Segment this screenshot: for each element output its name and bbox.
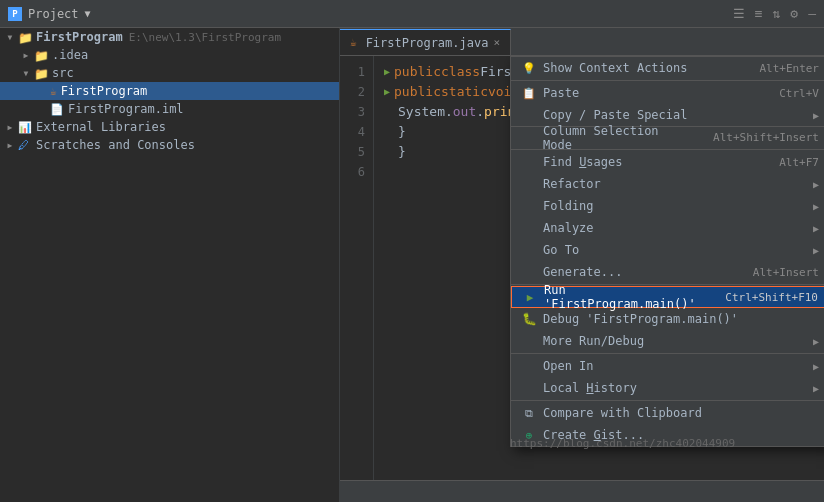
compare-clipboard-icon: ⧉: [521, 405, 537, 421]
sidebar-item-firstprogram[interactable]: ▼ 📁 FirstProgram E:\new\1.3\FirstProgram: [0, 28, 339, 46]
context-actions-icon: 💡: [521, 60, 537, 76]
run-marker-1: ▶: [384, 62, 390, 82]
menu-item-column-selection[interactable]: Column Selection Mode Alt+Shift+Insert: [511, 126, 824, 148]
menu-label-analyze: Analyze: [543, 221, 803, 235]
menu-label-folding: Folding: [543, 199, 803, 213]
line-num-1: 1: [340, 62, 365, 82]
sidebar-item-src[interactable]: ▼ 📁 src: [0, 64, 339, 82]
tab-label: FirstProgram.java: [366, 36, 489, 50]
code-cls: System: [398, 102, 445, 122]
menu-item-folding[interactable]: Folding ▶: [511, 195, 824, 217]
line-numbers: 1 2 3 4 5 6: [340, 56, 374, 480]
line-num-6: 6: [340, 162, 365, 182]
code-kw: public: [394, 82, 441, 102]
line-num-3: 3: [340, 102, 365, 122]
sidebar-label-extlibs: External Libraries: [36, 120, 166, 134]
menu-item-local-history[interactable]: Local History ▶: [511, 377, 824, 399]
folder-icon-idea: 📁: [34, 49, 48, 61]
run-icon: ▶: [522, 289, 538, 305]
copy-paste-arrow: ▶: [813, 110, 819, 121]
sidebar-path-firstprogram: E:\new\1.3\FirstProgram: [129, 31, 281, 44]
sidebar-label-idea: .idea: [52, 48, 88, 62]
settings-icon[interactable]: ⚙: [790, 6, 798, 21]
goto-arrow: ▶: [813, 245, 819, 256]
code-kw: public: [394, 62, 441, 82]
nav-icon-1[interactable]: ☰: [733, 6, 745, 21]
folder-icon-firstprogram: 📁: [18, 31, 32, 43]
sidebar-label-fp-java: FirstProgram: [61, 84, 148, 98]
menu-item-more-run[interactable]: More Run/Debug ▶: [511, 330, 824, 352]
title-bar-left: P Project ▼: [8, 7, 91, 21]
more-run-icon: [521, 333, 537, 349]
sidebar-label-scratches: Scratches and Consoles: [36, 138, 195, 152]
tab-java-icon: ☕: [350, 36, 357, 49]
code-kw: class: [441, 62, 480, 82]
menu-item-find-usages[interactable]: Find Usages Alt+F7: [511, 151, 824, 173]
folding-arrow: ▶: [813, 201, 819, 212]
sidebar-item-idea[interactable]: ▶ 📁 .idea: [0, 46, 339, 64]
run-marker-2: ▶: [384, 82, 390, 102]
tree-arrow-src: ▼: [20, 67, 32, 79]
menu-label-refactor: Refactor: [543, 177, 803, 191]
line-num-4: 4: [340, 122, 365, 142]
menu-item-show-context[interactable]: 💡 Show Context Actions Alt+Enter: [511, 57, 824, 79]
sidebar-label-iml: FirstProgram.iml: [68, 102, 184, 116]
menu-label-more-run: More Run/Debug: [543, 334, 803, 348]
tree-arrow-idea: ▶: [20, 49, 32, 61]
goto-icon: [521, 242, 537, 258]
menu-label-goto: Go To: [543, 243, 803, 257]
menu-label-column-sel: Column Selection Mode: [543, 124, 693, 152]
sidebar-label-firstprogram: FirstProgram: [36, 30, 123, 44]
context-menu: 💡 Show Context Actions Alt+Enter 📋 Paste…: [510, 56, 824, 447]
nav-icon-2[interactable]: ≡: [755, 6, 763, 21]
menu-item-run[interactable]: ▶ Run 'FirstProgram.main()' Ctrl+Shift+F…: [511, 286, 824, 308]
menu-item-compare-clipboard[interactable]: ⧉ Compare with Clipboard: [511, 402, 824, 424]
analyze-icon: [521, 220, 537, 236]
editor-area: ☕ FirstProgram.java × 1 2 3 4 5 6: [340, 28, 824, 502]
project-title: Project: [28, 7, 79, 21]
minimize-icon[interactable]: —: [808, 6, 816, 21]
copy-paste-icon: [521, 107, 537, 123]
title-dropdown-icon[interactable]: ▼: [85, 8, 91, 19]
menu-item-paste[interactable]: 📋 Paste Ctrl+V: [511, 82, 824, 104]
menu-label-debug: Debug 'FirstProgram.main()': [543, 312, 819, 326]
menu-item-generate[interactable]: Generate... Alt+Insert: [511, 261, 824, 283]
menu-item-refactor[interactable]: Refactor ▶: [511, 173, 824, 195]
tree-arrow-iml: [36, 103, 48, 115]
title-bar-icons: ☰ ≡ ⇅ ⚙ —: [733, 6, 816, 21]
find-usages-icon: [521, 154, 537, 170]
sidebar-label-src: src: [52, 66, 74, 80]
menu-shortcut-generate: Alt+Insert: [753, 266, 819, 279]
nav-icon-3[interactable]: ⇅: [773, 6, 781, 21]
generate-icon: [521, 264, 537, 280]
tree-arrow-fp: [36, 85, 48, 97]
code-punct: }: [398, 122, 406, 142]
menu-shortcut-paste: Ctrl+V: [779, 87, 819, 100]
menu-shortcut-run: Ctrl+Shift+F10: [725, 291, 818, 304]
local-history-icon: [521, 380, 537, 396]
menu-item-open-in[interactable]: Open In ▶: [511, 355, 824, 377]
menu-sep-5: [511, 400, 824, 401]
tree-arrow-extlibs: ▶: [4, 121, 16, 133]
watermark: https://blog.csdn.net/zhc402044909: [510, 437, 735, 450]
menu-item-analyze[interactable]: Analyze ▶: [511, 217, 824, 239]
menu-label-find-usages: Find Usages: [543, 155, 759, 169]
analyze-arrow: ▶: [813, 223, 819, 234]
menu-label-compare: Compare with Clipboard: [543, 406, 819, 420]
open-in-icon: [521, 358, 537, 374]
tab-close-button[interactable]: ×: [493, 36, 500, 49]
code-cn: out: [453, 102, 476, 122]
folder-icon-src: 📁: [34, 67, 48, 79]
menu-shortcut-col-sel: Alt+Shift+Insert: [713, 131, 819, 144]
tab-firstprogram[interactable]: ☕ FirstProgram.java ×: [340, 29, 511, 55]
open-in-arrow: ▶: [813, 361, 819, 372]
menu-sep-1: [511, 80, 824, 81]
sidebar-item-external-libs[interactable]: ▶ 📊 External Libraries: [0, 118, 339, 136]
menu-item-debug[interactable]: 🐛 Debug 'FirstProgram.main()': [511, 308, 824, 330]
menu-item-goto[interactable]: Go To ▶: [511, 239, 824, 261]
more-run-arrow: ▶: [813, 336, 819, 347]
folding-icon: [521, 198, 537, 214]
sidebar-item-firstprogram-java[interactable]: ☕ FirstProgram: [0, 82, 339, 100]
sidebar-item-scratches[interactable]: ▶ 🖊 Scratches and Consoles: [0, 136, 339, 154]
sidebar-item-firstprogram-iml[interactable]: 📄 FirstProgram.iml: [0, 100, 339, 118]
